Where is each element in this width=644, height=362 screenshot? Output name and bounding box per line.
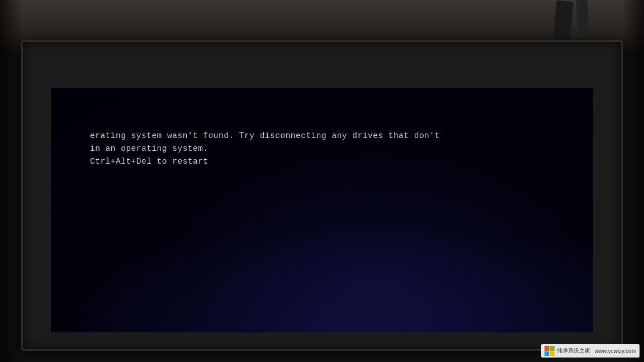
monitor-bezel: erating system wasn't found. Try disconn… — [21, 40, 623, 351]
error-line-1: erating system wasn't found. Try disconn… — [90, 130, 554, 142]
watermark-icon — [544, 346, 555, 356]
monitor-screen: erating system wasn't found. Try disconn… — [51, 88, 593, 332]
watermark-label: 纯净系统之家 — [557, 347, 590, 355]
watermark: 纯净系统之家 www.ycwjzy.com — [541, 344, 640, 358]
error-text-container: erating system wasn't found. Try disconn… — [90, 130, 554, 169]
screen-glow — [51, 221, 593, 332]
watermark-icon-q4 — [550, 351, 555, 356]
watermark-icon-q3 — [544, 351, 550, 356]
error-line-3: Ctrl+Alt+Del to restart — [90, 155, 554, 168]
cable-2 — [576, 0, 589, 34]
watermark-icon-q1 — [544, 346, 550, 351]
watermark-site: www.ycwjzy.com — [595, 348, 636, 354]
error-line-2: in an operating system. — [90, 142, 554, 155]
photo-outer: erating system wasn't found. Try disconn… — [0, 0, 644, 362]
shadow-left — [0, 0, 22, 362]
shadow-right — [622, 0, 644, 362]
watermark-icon-q2 — [550, 346, 555, 351]
